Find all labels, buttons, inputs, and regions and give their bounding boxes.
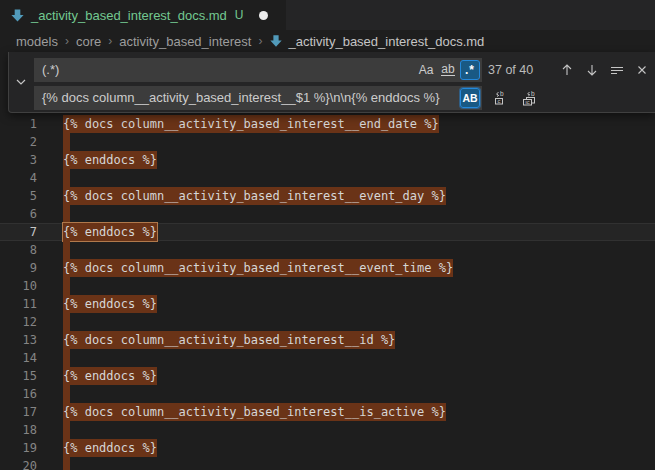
svg-text:c: c	[497, 98, 500, 104]
line-number: 6	[0, 205, 37, 223]
breadcrumb-core[interactable]: core	[76, 34, 101, 49]
breadcrumb: models › core › activity_based_interest …	[0, 30, 655, 52]
line-number: 1	[0, 115, 37, 133]
replace-input[interactable]: {% docs column__activity_based_interest_…	[34, 86, 482, 110]
line-number: 10	[0, 277, 37, 295]
svg-text:b: b	[531, 90, 535, 97]
code-line-text: {% docs column__activity_based_interest_…	[63, 403, 446, 421]
code-line[interactable]: 18	[0, 421, 655, 439]
breadcrumb-separator-icon: ›	[108, 34, 112, 48]
line-number: 16	[0, 385, 37, 403]
breadcrumb-models[interactable]: models	[16, 34, 58, 49]
code-line[interactable]: 2	[0, 133, 655, 151]
code-line[interactable]: 6	[0, 205, 655, 223]
code-line-text: {% enddocs %}	[63, 367, 157, 385]
code-line[interactable]: 15 {% enddocs %}	[0, 367, 655, 385]
line-number: 11	[0, 295, 37, 313]
breadcrumb-file-label: _activity_based_interest_docs.md	[288, 34, 484, 49]
modified-dot-icon[interactable]	[259, 11, 268, 20]
code-line-text: {% enddocs %}	[63, 439, 157, 457]
code-line[interactable]: 5 {% docs column__activity_based_interes…	[0, 187, 655, 205]
regex-icon: .*	[465, 58, 475, 82]
code-line-text	[63, 277, 70, 295]
code-line[interactable]: 4	[0, 169, 655, 187]
code-line[interactable]: 12	[0, 313, 655, 331]
next-match-button[interactable]	[582, 60, 602, 80]
line-number: 8	[0, 241, 37, 259]
code-line-text	[63, 421, 70, 439]
breadcrumb-activity-based-interest[interactable]: activity_based_interest	[119, 34, 251, 49]
code-line[interactable]: 17 {% docs column__activity_based_intere…	[0, 403, 655, 421]
line-number: 2	[0, 133, 37, 151]
previous-match-button[interactable]	[557, 60, 577, 80]
line-number: 3	[0, 151, 37, 169]
code-line[interactable]: 10	[0, 277, 655, 295]
vscode-editor-group: _activity_based_interest_docs.md U model…	[0, 0, 655, 470]
code-line[interactable]: 14	[0, 349, 655, 367]
line-number: 14	[0, 349, 37, 367]
code-line-text: {% docs column__activity_based_interest_…	[63, 187, 446, 205]
code-line-text: {% enddocs %}	[63, 223, 157, 241]
whole-word-button[interactable]: ab	[438, 60, 458, 80]
line-number: 9	[0, 259, 37, 277]
find-in-selection-button[interactable]	[607, 60, 627, 80]
breadcrumb-separator-icon: ›	[65, 34, 69, 48]
find-input-value: (.*)	[42, 62, 59, 77]
line-number: 13	[0, 331, 37, 349]
code-line[interactable]: 19 {% enddocs %}	[0, 439, 655, 457]
line-number: 15	[0, 367, 37, 385]
code-line-text	[63, 133, 70, 151]
code-line[interactable]: 8	[0, 241, 655, 259]
toggle-replace-button[interactable]	[9, 52, 32, 112]
code-line[interactable]: 7 {% enddocs %}	[0, 223, 655, 241]
code-line[interactable]: 11 {% enddocs %}	[0, 295, 655, 313]
code-line[interactable]: 9 {% docs column__activity_based_interes…	[0, 259, 655, 277]
breadcrumb-separator-icon: ›	[258, 34, 262, 48]
match-count: 37 of 40	[488, 58, 533, 82]
line-number: 18	[0, 421, 37, 439]
replace-input-value: {% docs column__activity_based_interest_…	[42, 90, 439, 105]
breadcrumb-file[interactable]: _activity_based_interest_docs.md	[269, 34, 484, 49]
whole-word-icon: ab	[441, 64, 454, 76]
code-line-text	[63, 349, 70, 367]
line-number: 19	[0, 439, 37, 457]
tab-bar: _activity_based_interest_docs.md U	[0, 0, 655, 30]
code-line-text	[63, 313, 70, 331]
svg-text:ıc: ıc	[525, 99, 530, 105]
code-line-text: {% docs column__activity_based_interest_…	[63, 115, 439, 133]
preserve-case-button[interactable]: AB	[460, 88, 480, 108]
code-line[interactable]: 16	[0, 385, 655, 403]
arrow-down-icon	[584, 62, 600, 78]
code-line-text: {% docs column__activity_based_interest_…	[63, 331, 395, 349]
code-line[interactable]: 1 {% docs column__activity_based_interes…	[0, 115, 655, 133]
line-number: 7	[0, 223, 37, 241]
svg-text:b: b	[500, 90, 504, 97]
code-line-text: {% enddocs %}	[63, 151, 157, 169]
replace-button[interactable]: b c	[491, 88, 511, 108]
match-case-icon: Aa	[419, 58, 434, 82]
tab-filename: _activity_based_interest_docs.md	[31, 8, 227, 23]
tab-activity-based-interest-docs[interactable]: _activity_based_interest_docs.md U	[0, 0, 286, 30]
code-line[interactable]: 3 {% enddocs %}	[0, 151, 655, 169]
close-icon	[634, 62, 650, 78]
replace-icon: b c	[493, 90, 509, 106]
arrow-up-icon	[559, 62, 575, 78]
use-regex-button[interactable]: .*	[460, 60, 480, 80]
code-line-text	[63, 457, 70, 470]
line-number: 20	[0, 457, 37, 470]
code-line-text	[63, 169, 70, 187]
chevron-down-icon	[15, 76, 27, 88]
preserve-case-icon: AB	[462, 86, 477, 110]
code-line-text	[63, 241, 70, 259]
match-case-button[interactable]: Aa	[416, 60, 436, 80]
markdown-icon	[10, 8, 25, 23]
editor-pane[interactable]: 1 {% docs column__activity_based_interes…	[0, 52, 655, 470]
replace-all-button[interactable]: b ıc	[519, 88, 539, 108]
code-line[interactable]: 20	[0, 457, 655, 470]
find-input[interactable]: (.*) Aa ab .*	[34, 58, 482, 82]
code-line-text	[63, 385, 70, 403]
close-find-widget-button[interactable]	[632, 60, 652, 80]
code-line[interactable]: 13 {% docs column__activity_based_intere…	[0, 331, 655, 349]
find-in-selection-icon	[609, 62, 625, 78]
code-line-text: {% enddocs %}	[63, 295, 157, 313]
